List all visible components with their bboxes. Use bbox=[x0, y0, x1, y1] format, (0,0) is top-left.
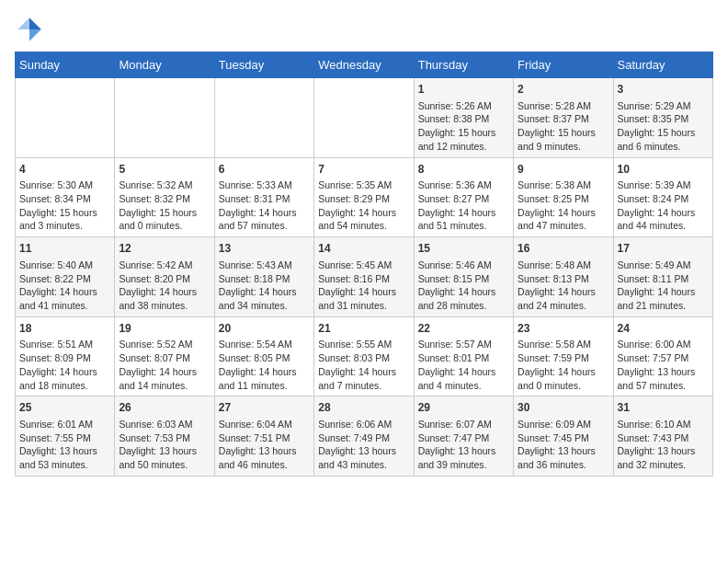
day-info: Daylight: 15 hours and 3 minutes. bbox=[19, 206, 110, 233]
day-info: Daylight: 14 hours and 51 minutes. bbox=[418, 206, 509, 233]
day-info: Daylight: 14 hours and 14 minutes. bbox=[119, 365, 210, 392]
day-info: Sunrise: 5:29 AM bbox=[618, 99, 709, 113]
svg-marker-0 bbox=[29, 17, 41, 29]
calendar-week-4: 18Sunrise: 5:51 AMSunset: 8:09 PMDayligh… bbox=[16, 316, 713, 396]
day-header-friday: Friday bbox=[514, 52, 613, 78]
day-number: 7 bbox=[318, 162, 409, 178]
day-info: Sunset: 7:47 PM bbox=[418, 431, 509, 445]
calendar-cell bbox=[214, 78, 313, 158]
day-info: Sunrise: 5:45 AM bbox=[318, 259, 409, 272]
day-info: Sunrise: 5:42 AM bbox=[119, 259, 210, 272]
day-info: Daylight: 13 hours and 53 minutes. bbox=[19, 444, 110, 471]
day-info: Daylight: 14 hours and 57 minutes. bbox=[219, 206, 310, 233]
day-info: Sunset: 8:13 PM bbox=[518, 272, 609, 286]
day-info: Daylight: 13 hours and 43 minutes. bbox=[318, 444, 409, 471]
day-info: Sunset: 8:35 PM bbox=[618, 112, 709, 126]
day-info: Sunrise: 5:38 AM bbox=[518, 178, 609, 192]
calendar-cell: 1Sunrise: 5:26 AMSunset: 8:38 PMDaylight… bbox=[414, 78, 513, 158]
day-info: Daylight: 14 hours and 47 minutes. bbox=[518, 206, 609, 233]
calendar-cell: 5Sunrise: 5:32 AMSunset: 8:32 PMDaylight… bbox=[115, 157, 214, 237]
calendar-week-1: 1Sunrise: 5:26 AMSunset: 8:38 PMDaylight… bbox=[16, 78, 713, 158]
calendar-cell: 22Sunrise: 5:57 AMSunset: 8:01 PMDayligh… bbox=[414, 316, 513, 396]
day-info: Daylight: 13 hours and 36 minutes. bbox=[518, 444, 609, 471]
calendar-week-3: 11Sunrise: 5:40 AMSunset: 8:22 PMDayligh… bbox=[16, 237, 713, 317]
day-info: Sunrise: 6:07 AM bbox=[418, 418, 509, 431]
day-info: Sunset: 8:27 PM bbox=[418, 192, 509, 206]
day-info: Sunrise: 5:57 AM bbox=[418, 338, 509, 351]
day-info: Daylight: 13 hours and 46 minutes. bbox=[219, 444, 310, 471]
calendar-cell: 3Sunrise: 5:29 AMSunset: 8:35 PMDaylight… bbox=[613, 78, 712, 158]
day-number: 11 bbox=[19, 241, 110, 257]
day-number: 26 bbox=[119, 400, 210, 416]
day-info: Sunrise: 5:51 AM bbox=[19, 338, 110, 351]
day-info: Daylight: 13 hours and 32 minutes. bbox=[618, 444, 709, 471]
day-info: Sunset: 8:34 PM bbox=[19, 192, 110, 206]
day-info: Sunset: 8:25 PM bbox=[518, 192, 609, 206]
calendar-cell: 2Sunrise: 5:28 AMSunset: 8:37 PMDaylight… bbox=[514, 78, 613, 158]
day-info: Daylight: 15 hours and 6 minutes. bbox=[618, 126, 709, 153]
calendar-cell: 20Sunrise: 5:54 AMSunset: 8:05 PMDayligh… bbox=[214, 316, 313, 396]
day-info: Daylight: 15 hours and 12 minutes. bbox=[418, 126, 509, 153]
day-info: Sunset: 8:32 PM bbox=[119, 192, 210, 206]
day-info: Sunset: 7:43 PM bbox=[618, 431, 709, 445]
day-header-saturday: Saturday bbox=[613, 52, 712, 78]
day-info: Sunrise: 5:52 AM bbox=[119, 338, 210, 351]
calendar-cell: 31Sunrise: 6:10 AMSunset: 7:43 PMDayligh… bbox=[613, 396, 712, 477]
day-info: Sunrise: 6:00 AM bbox=[618, 338, 709, 351]
calendar-cell: 27Sunrise: 6:04 AMSunset: 7:51 PMDayligh… bbox=[214, 396, 313, 477]
day-info: Daylight: 14 hours and 44 minutes. bbox=[618, 206, 709, 233]
calendar-week-2: 4Sunrise: 5:30 AMSunset: 8:34 PMDaylight… bbox=[16, 157, 713, 237]
calendar-cell: 18Sunrise: 5:51 AMSunset: 8:09 PMDayligh… bbox=[16, 316, 115, 396]
day-info: Sunset: 7:59 PM bbox=[518, 351, 609, 365]
calendar-cell: 14Sunrise: 5:45 AMSunset: 8:16 PMDayligh… bbox=[314, 237, 414, 317]
calendar-cell: 4Sunrise: 5:30 AMSunset: 8:34 PMDaylight… bbox=[16, 157, 115, 237]
day-number: 24 bbox=[618, 321, 709, 337]
day-info: Daylight: 14 hours and 31 minutes. bbox=[318, 285, 409, 312]
day-info: Daylight: 15 hours and 9 minutes. bbox=[518, 126, 609, 153]
day-number: 10 bbox=[618, 162, 709, 178]
day-number: 17 bbox=[618, 241, 709, 257]
day-info: Sunset: 8:15 PM bbox=[418, 272, 509, 286]
day-number: 28 bbox=[318, 400, 409, 416]
day-info: Daylight: 14 hours and 38 minutes. bbox=[119, 285, 210, 312]
day-info: Sunset: 8:18 PM bbox=[219, 272, 310, 286]
day-number: 3 bbox=[618, 82, 709, 98]
day-info: Sunset: 8:07 PM bbox=[119, 351, 210, 365]
day-info: Daylight: 14 hours and 0 minutes. bbox=[518, 365, 609, 392]
calendar-cell: 26Sunrise: 6:03 AMSunset: 7:53 PMDayligh… bbox=[115, 396, 214, 477]
day-info: Daylight: 14 hours and 24 minutes. bbox=[518, 285, 609, 312]
calendar-cell: 30Sunrise: 6:09 AMSunset: 7:45 PMDayligh… bbox=[514, 396, 613, 477]
calendar-cell: 17Sunrise: 5:49 AMSunset: 8:11 PMDayligh… bbox=[613, 237, 712, 317]
day-info: Sunset: 8:24 PM bbox=[618, 192, 709, 206]
day-number: 27 bbox=[219, 400, 310, 416]
day-info: Sunrise: 5:58 AM bbox=[518, 338, 609, 351]
day-info: Sunset: 7:45 PM bbox=[518, 431, 609, 445]
day-number: 5 bbox=[119, 162, 210, 178]
calendar-cell bbox=[115, 78, 214, 158]
day-info: Daylight: 14 hours and 7 minutes. bbox=[318, 365, 409, 392]
calendar-cell: 7Sunrise: 5:35 AMSunset: 8:29 PMDaylight… bbox=[314, 157, 414, 237]
calendar-cell: 15Sunrise: 5:46 AMSunset: 8:15 PMDayligh… bbox=[414, 237, 513, 317]
day-info: Sunset: 8:01 PM bbox=[418, 351, 509, 365]
day-number: 2 bbox=[518, 82, 609, 98]
day-info: Sunrise: 5:48 AM bbox=[518, 259, 609, 272]
day-info: Sunrise: 6:10 AM bbox=[618, 418, 709, 431]
day-info: Daylight: 14 hours and 11 minutes. bbox=[219, 365, 310, 392]
day-info: Sunrise: 5:26 AM bbox=[418, 99, 509, 113]
day-number: 20 bbox=[219, 321, 310, 337]
calendar-cell: 9Sunrise: 5:38 AMSunset: 8:25 PMDaylight… bbox=[514, 157, 613, 237]
day-info: Daylight: 14 hours and 18 minutes. bbox=[19, 365, 110, 392]
day-info: Sunset: 8:03 PM bbox=[318, 351, 409, 365]
day-info: Sunrise: 5:54 AM bbox=[219, 338, 310, 351]
day-info: Sunset: 8:37 PM bbox=[518, 112, 609, 126]
day-info: Sunset: 7:57 PM bbox=[618, 351, 709, 365]
day-number: 30 bbox=[518, 400, 609, 416]
day-info: Sunset: 8:29 PM bbox=[318, 192, 409, 206]
day-info: Sunset: 8:05 PM bbox=[219, 351, 310, 365]
day-info: Sunrise: 5:32 AM bbox=[119, 178, 210, 192]
day-info: Sunset: 7:51 PM bbox=[219, 431, 310, 445]
calendar-table: SundayMondayTuesdayWednesdayThursdayFrid… bbox=[15, 52, 713, 477]
calendar-week-5: 25Sunrise: 6:01 AMSunset: 7:55 PMDayligh… bbox=[16, 396, 713, 477]
calendar-cell: 23Sunrise: 5:58 AMSunset: 7:59 PMDayligh… bbox=[514, 316, 613, 396]
day-number: 14 bbox=[318, 241, 409, 257]
